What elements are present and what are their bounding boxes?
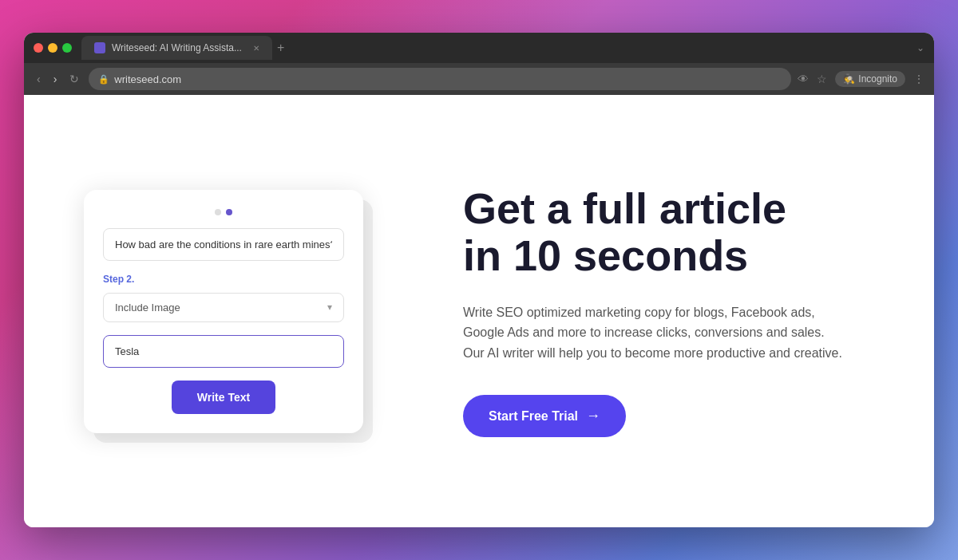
star-icon[interactable]: ☆	[817, 73, 827, 85]
cta-arrow-icon: →	[586, 408, 600, 424]
menu-icon[interactable]: ⋮	[913, 73, 924, 85]
forward-button[interactable]: ›	[50, 69, 61, 89]
hero-title: Get a full article in 10 seconds	[463, 185, 894, 280]
hero-description: Write SEO optimized marketing copy for b…	[463, 302, 846, 364]
hero-title-line2: in 10 seconds	[463, 231, 748, 279]
dropdown-label: Include Image	[115, 302, 180, 314]
expand-icon: ⌄	[916, 42, 924, 53]
include-image-dropdown[interactable]: Include Image ▾	[103, 293, 344, 322]
page-content: Step 2. Include Image ▾ Write Text Get a…	[24, 95, 934, 527]
right-panel: Get a full article in 10 seconds Write S…	[423, 95, 934, 527]
close-button[interactable]	[34, 43, 43, 53]
eye-off-icon: 👁	[798, 73, 809, 85]
step-dot-2	[226, 209, 232, 215]
write-text-button[interactable]: Write Text	[172, 381, 275, 414]
incognito-badge: 🕵 Incognito	[835, 71, 905, 87]
toolbar-right: 👁 ☆ 🕵 Incognito ⋮	[798, 71, 924, 87]
start-free-trial-button[interactable]: Start Free Trial →	[463, 395, 626, 437]
tab-favicon	[94, 42, 105, 53]
app-card: Step 2. Include Image ▾ Write Text	[84, 190, 363, 433]
tab-title: Writeseed: AI Writing Assista...	[112, 42, 242, 53]
incognito-label: Incognito	[858, 73, 897, 85]
security-icon: 🔒	[98, 74, 109, 85]
minimize-button[interactable]	[48, 43, 57, 53]
active-tab[interactable]: Writeseed: AI Writing Assista... ✕	[81, 36, 272, 60]
tab-close-icon[interactable]: ✕	[253, 44, 259, 53]
tab-bar: Writeseed: AI Writing Assista... ✕ + ⌄	[81, 36, 924, 60]
chevron-down-icon: ▾	[327, 302, 332, 313]
browser-window: Writeseed: AI Writing Assista... ✕ + ⌄ ‹…	[24, 33, 934, 527]
url-display: writeseed.com	[114, 73, 181, 85]
back-button[interactable]: ‹	[34, 69, 44, 89]
step-dot-1	[215, 209, 221, 215]
question-input[interactable]	[103, 228, 344, 261]
maximize-button[interactable]	[62, 43, 72, 53]
incognito-icon: 🕵	[843, 73, 855, 85]
address-bar[interactable]: 🔒 writeseed.com	[89, 68, 791, 90]
traffic-lights	[34, 43, 72, 53]
left-panel: Step 2. Include Image ▾ Write Text	[24, 95, 423, 527]
browser-titlebar: Writeseed: AI Writing Assista... ✕ + ⌄	[24, 33, 934, 63]
browser-toolbar: ‹ › ↻ 🔒 writeseed.com 👁 ☆ 🕵 Incognito ⋮	[24, 63, 934, 95]
hero-title-line1: Get a full article	[463, 184, 786, 232]
step-indicator	[103, 209, 344, 215]
keyword-input[interactable]	[103, 335, 344, 368]
reload-button[interactable]: ↻	[66, 69, 82, 89]
step-label: Step 2.	[103, 274, 344, 285]
new-tab-button[interactable]: +	[277, 41, 284, 55]
cta-label: Start Free Trial	[489, 409, 578, 424]
